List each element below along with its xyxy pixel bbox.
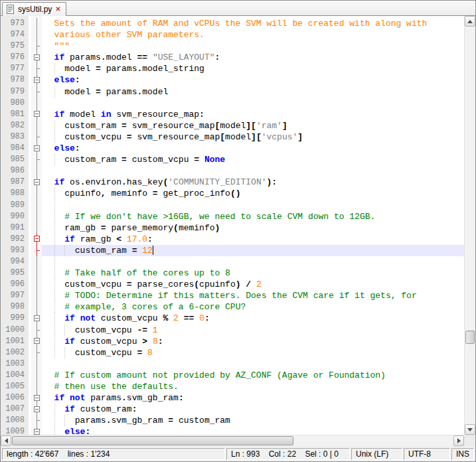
code-text[interactable] <box>42 358 464 370</box>
code-line[interactable]: 992 if ram_gb < 17.0: <box>1 234 464 245</box>
code-text[interactable]: custom_vcpu = 8 <box>42 347 464 358</box>
code-line[interactable]: 1003 <box>1 358 464 370</box>
code-text[interactable] <box>42 98 464 109</box>
code-line[interactable]: 987 if os.environ.has_key('COMMUNITY_EDI… <box>1 177 464 188</box>
code-line[interactable]: 1004 # If custom amount not provided by … <box>1 370 464 381</box>
code-text[interactable]: custom_vcpu = parse_cores(cpuinfo) / 2 <box>42 279 464 290</box>
code-editor[interactable]: 973 Sets the amount of RAM and vCPUs the… <box>1 16 464 435</box>
code-line[interactable]: 990 # If we don't have >16GB, we need to… <box>1 211 464 222</box>
code-text[interactable]: # If we don't have >16GB, we need to sca… <box>42 211 464 222</box>
code-line[interactable]: 979 model = params.model <box>1 86 464 98</box>
code-text[interactable]: if custom_vcpu > 8: <box>42 336 464 347</box>
tab-sysutil[interactable]: sysUtil.py ✕ <box>2 2 66 16</box>
code-line[interactable]: 994 <box>1 256 464 268</box>
code-text[interactable]: if model in svm_resource_map: <box>42 109 464 120</box>
code-line[interactable]: 991 ram_gb = parse_memory(meminfo) <box>1 222 464 234</box>
code-line[interactable]: 988 cpuinfo, meminfo = get_proc_info() <box>1 188 464 199</box>
code-line[interactable]: 981 if model in svm_resource_map: <box>1 109 464 120</box>
vertical-scrollbar-thumb[interactable] <box>465 331 475 344</box>
code-line[interactable]: 1007 if custom_ram: <box>1 404 464 415</box>
code-text[interactable]: """ <box>42 40 464 52</box>
scroll-down-button[interactable] <box>465 424 475 435</box>
code-line[interactable]: 989 <box>1 200 464 211</box>
code-line[interactable]: 980 <box>1 98 464 109</box>
code-line[interactable]: 977 model = params.model_string <box>1 63 464 74</box>
scroll-right-button[interactable] <box>453 435 464 446</box>
code-text[interactable]: custom_vcpu = svm_resource_map[model]['v… <box>42 131 464 143</box>
fold-toggle-icon[interactable] <box>31 336 42 347</box>
code-text[interactable]: params.svm_gb_ram = custom_ram <box>42 415 464 426</box>
code-line[interactable]: 1000 custom_vcpu -= 1 <box>1 325 464 336</box>
vertical-scrollbar[interactable] <box>464 16 475 435</box>
tab-close-icon[interactable]: ✕ <box>55 6 60 13</box>
code-line[interactable]: 1002 custom_vcpu = 8 <box>1 347 464 358</box>
code-text[interactable]: if ram_gb < 17.0: <box>42 234 464 245</box>
code-text[interactable]: model = params.model <box>42 86 464 98</box>
code-line[interactable]: 973 Sets the amount of RAM and vCPUs the… <box>1 18 464 29</box>
code-line[interactable]: 976 if params.model == "USE_LAYOUT": <box>1 52 464 63</box>
code-line[interactable]: 1009 else: <box>1 426 464 435</box>
code-line[interactable]: 995 # Take half of the cores up to 8 <box>1 268 464 279</box>
status-eol-format[interactable]: Unix (LF) <box>351 448 402 460</box>
code-line[interactable]: 974 various other SVM parameters. <box>1 29 464 40</box>
code-text[interactable]: if not params.svm_gb_ram: <box>42 392 464 404</box>
code-line[interactable]: 982 custom_ram = svm_resource_map[model]… <box>1 120 464 131</box>
code-text[interactable]: Sets the amount of RAM and vCPUs the SVM… <box>42 18 464 29</box>
fold-toggle-icon[interactable] <box>31 404 42 415</box>
fold-toggle-icon[interactable] <box>31 426 42 435</box>
code-line[interactable]: 1001 if custom_vcpu > 8: <box>1 336 464 347</box>
code-text[interactable]: various other SVM parameters. <box>42 29 464 40</box>
code-line[interactable]: 998 # example, 3 cores of a 6-core CPU? <box>1 301 464 313</box>
fold-toggle-icon[interactable] <box>31 109 42 120</box>
fold-toggle-icon[interactable] <box>31 177 42 188</box>
status-insert-mode[interactable]: INS <box>451 448 474 460</box>
fold-toggle-icon[interactable] <box>31 234 42 245</box>
code-line[interactable]: 978 else: <box>1 74 464 86</box>
code-text[interactable]: # TODO: Determine if this matters. Does … <box>42 290 464 301</box>
code-line[interactable]: 985 custom_ram = custom_vcpu = None <box>1 154 464 165</box>
code-line[interactable]: 975 """ <box>1 40 464 52</box>
fold-toggle-icon[interactable] <box>31 392 42 404</box>
code-text[interactable]: else: <box>42 74 464 86</box>
code-text[interactable]: ram_gb = parse_memory(meminfo) <box>42 222 464 234</box>
scroll-left-button[interactable] <box>1 435 11 446</box>
fold-toggle-icon[interactable] <box>31 74 42 86</box>
code-text[interactable] <box>42 256 464 268</box>
code-text[interactable]: # If custom amount not provided by AZ_CO… <box>42 370 464 381</box>
code-text[interactable]: custom_vcpu -= 1 <box>42 325 464 336</box>
code-line[interactable]: 986 <box>1 165 464 177</box>
code-text[interactable]: if custom_ram: <box>42 404 464 415</box>
code-text[interactable]: cpuinfo, meminfo = get_proc_info() <box>42 188 464 199</box>
code-line[interactable]: 1006 if not params.svm_gb_ram: <box>1 392 464 404</box>
code-text[interactable]: custom_ram = svm_resource_map[model]['ra… <box>42 120 464 131</box>
code-text[interactable]: else: <box>42 143 464 154</box>
code-line[interactable]: 984 else: <box>1 143 464 154</box>
code-text[interactable]: else: <box>42 426 464 435</box>
horizontal-scrollbar-thumb[interactable] <box>12 436 293 445</box>
code-line[interactable]: 996 custom_vcpu = parse_cores(cpuinfo) /… <box>1 279 464 290</box>
code-line[interactable]: 1005 # then use the defaults. <box>1 381 464 392</box>
status-encoding[interactable]: UTF-8 <box>404 448 450 460</box>
code-text[interactable]: if not custom_vcpu % 2 == 0: <box>42 313 464 324</box>
code-text[interactable]: model = params.model_string <box>42 63 464 74</box>
code-text[interactable]: # example, 3 cores of a 6-core CPU? <box>42 301 464 313</box>
fold-toggle-icon[interactable] <box>31 143 42 154</box>
code-text[interactable] <box>42 165 464 177</box>
code-text[interactable] <box>42 200 464 211</box>
code-text[interactable]: # then use the defaults. <box>42 381 464 392</box>
code-text[interactable]: if os.environ.has_key('COMMUNITY_EDITION… <box>42 177 464 188</box>
code-line[interactable]: 983 custom_vcpu = svm_resource_map[model… <box>1 131 464 143</box>
code-text[interactable]: if params.model == "USE_LAYOUT": <box>42 52 464 63</box>
code-line[interactable]: 999 if not custom_vcpu % 2 == 0: <box>1 313 464 324</box>
current-code-line-text[interactable]: custom_ram = 12 <box>42 245 464 256</box>
line-number: 1007 <box>1 404 29 415</box>
code-line[interactable]: 993 custom_ram = 12 <box>1 245 464 256</box>
fold-toggle-icon[interactable] <box>31 313 42 324</box>
code-line[interactable]: 1008 params.svm_gb_ram = custom_ram <box>1 415 464 426</box>
fold-toggle-icon[interactable] <box>31 52 42 63</box>
code-text[interactable]: custom_ram = custom_vcpu = None <box>42 154 464 165</box>
code-line[interactable]: 997 # TODO: Determine if this matters. D… <box>1 290 464 301</box>
code-text[interactable]: # Take half of the cores up to 8 <box>42 268 464 279</box>
horizontal-scrollbar[interactable] <box>1 435 464 446</box>
scroll-up-button[interactable] <box>465 16 475 27</box>
